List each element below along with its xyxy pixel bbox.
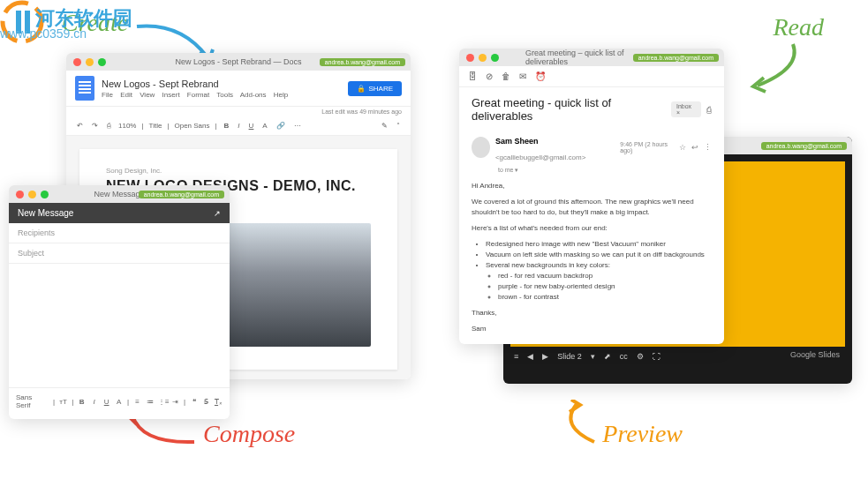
recipients-field[interactable]: Recipients	[9, 223, 230, 243]
undo-icon[interactable]: ↶	[75, 120, 85, 131]
read-closing: Thanks,	[472, 308, 712, 318]
docs-title[interactable]: New Logos - Sept Rebrand	[102, 79, 341, 89]
editing-mode-icon[interactable]: ✎	[380, 120, 389, 131]
compose-window: New Message andrea.b.wang@gmail.com New …	[9, 185, 230, 419]
menu-addons[interactable]: Add-ons	[240, 91, 267, 99]
print-icon[interactable]: ⎙	[105, 120, 113, 131]
list-item: Redesigned hero image with new "Best Vac…	[486, 239, 712, 250]
sender-email: <gcalliebuggell@gmail.com>	[495, 153, 585, 161]
read-window: Great meeting – quick list of deliverabl…	[459, 49, 724, 344]
read-greeting: Hi Andrea,	[472, 181, 712, 191]
play-icon[interactable]: ▶	[542, 352, 548, 361]
menu-icon[interactable]: ≡	[514, 352, 518, 361]
list-numbered-icon[interactable]: ≔	[146, 398, 154, 406]
star-icon[interactable]: ☆	[679, 143, 686, 152]
compose-account-badge[interactable]: andrea.b.wang@gmail.com	[139, 191, 224, 198]
menu-tools[interactable]: Tools	[216, 91, 233, 99]
list-item: Vacuum on left side with masking so we c…	[486, 250, 712, 260]
list-item: red - for red vacuum backdrop	[498, 271, 712, 281]
print-icon[interactable]: ⎙	[706, 105, 712, 115]
close-icon[interactable]	[466, 54, 474, 62]
compose-format-toolbar: Sans Serif | тT | B I U A | ≡ ≔ ⋮≡ ⇥ | ❝…	[9, 387, 230, 415]
docs-toolbar: ↶ ↷ ⎙ 110% | Title | Open Sans | B I U A…	[66, 116, 411, 136]
pointer-icon[interactable]: ⬈	[604, 352, 611, 361]
compose-header-label: New Message	[18, 208, 73, 218]
maximize-icon[interactable]	[491, 54, 499, 62]
text-color-icon[interactable]: A	[260, 120, 268, 131]
maximize-icon[interactable]	[41, 191, 49, 198]
slides-account-badge[interactable]: andrea.b.wang@gmail.com	[761, 142, 847, 150]
zoom-select[interactable]: 110%	[118, 122, 136, 130]
align-icon[interactable]: ≡	[133, 398, 141, 406]
arrow-read-icon	[736, 37, 806, 99]
indent-icon[interactable]: ⇥	[171, 398, 179, 406]
slides-brand: Google Slides	[790, 350, 840, 359]
list-bullet-icon[interactable]: ⋮≡	[158, 398, 167, 406]
menu-file[interactable]: File	[102, 91, 113, 99]
chevron-up-icon[interactable]: ˄	[395, 120, 402, 131]
link-icon[interactable]: 🔗	[275, 120, 287, 131]
lock-icon: 🔒	[357, 85, 366, 93]
underline-icon[interactable]: U	[102, 398, 110, 406]
compose-body[interactable]	[9, 264, 230, 387]
read-toolbar: 🗄 ⊘ 🗑 ✉ ⏰	[459, 66, 724, 87]
slide-number[interactable]: Slide 2	[557, 352, 582, 361]
read-to: to me ▾	[459, 167, 724, 174]
font-size-icon[interactable]: тT	[59, 398, 67, 406]
share-button[interactable]: 🔒 SHARE	[348, 81, 402, 96]
list-item: purple - for new baby-oriented design	[498, 281, 712, 292]
underline-icon[interactable]: U	[247, 120, 256, 131]
bold-icon[interactable]: B	[78, 398, 86, 406]
delete-icon[interactable]: 🗑	[502, 71, 510, 81]
docs-app-icon[interactable]	[75, 76, 94, 101]
archive-icon[interactable]: 🗄	[468, 71, 477, 81]
compose-titlebar: New Message andrea.b.wang@gmail.com	[9, 185, 230, 203]
prev-icon[interactable]: ◀	[527, 352, 533, 361]
bold-icon[interactable]: B	[223, 120, 231, 131]
captions-icon[interactable]: cc	[620, 352, 628, 361]
more-icon[interactable]: ⋮	[704, 143, 712, 152]
minimize-icon[interactable]	[28, 191, 36, 198]
minimize-icon[interactable]	[86, 58, 94, 66]
font-select[interactable]: Sans Serif	[16, 393, 45, 409]
read-p2: Here's a list of what's needed from our …	[472, 223, 712, 234]
spam-icon[interactable]: ⊘	[486, 71, 493, 81]
chevron-down-icon[interactable]: ▾	[591, 352, 595, 361]
italic-icon[interactable]: I	[90, 398, 98, 406]
close-icon[interactable]	[16, 191, 24, 198]
read-closing-name: Sam	[472, 324, 712, 334]
menu-help[interactable]: Help	[274, 91, 288, 99]
reply-icon[interactable]: ↩	[691, 143, 698, 152]
close-icon[interactable]	[73, 58, 81, 66]
menu-edit[interactable]: Edit	[120, 91, 132, 99]
popout-icon[interactable]: ↗	[214, 209, 221, 218]
quote-icon[interactable]: ❝	[190, 398, 198, 406]
unread-icon[interactable]: ✉	[519, 71, 526, 81]
settings-icon[interactable]: ⚙	[637, 352, 644, 361]
inbox-badge[interactable]: Inbox ×	[671, 101, 701, 117]
redo-icon[interactable]: ↷	[90, 120, 100, 131]
minimize-icon[interactable]	[479, 54, 487, 62]
read-body: Hi Andrea, We covered a lot of ground th…	[459, 174, 724, 344]
sender-name: Sam Sheen	[495, 137, 539, 146]
snooze-icon[interactable]: ⏰	[535, 71, 546, 81]
maximize-icon[interactable]	[98, 58, 106, 66]
menu-format[interactable]: Format	[187, 91, 209, 99]
italic-icon[interactable]: I	[236, 120, 241, 131]
compose-header: New Message ↗	[9, 203, 230, 223]
menu-view[interactable]: View	[140, 91, 155, 99]
subject-field[interactable]: Subject	[9, 243, 230, 264]
read-account-badge[interactable]: andrea.b.wang@gmail.com	[633, 54, 719, 62]
menu-insert[interactable]: Insert	[162, 91, 180, 99]
read-subject: Great meeting - quick list of deliverabl…	[472, 96, 666, 123]
text-color-icon[interactable]: A	[115, 398, 123, 406]
font-select[interactable]: Open Sans	[174, 122, 209, 130]
style-select[interactable]: Title	[149, 122, 162, 130]
strikethrough-icon[interactable]: S̶	[202, 398, 210, 406]
docs-menu: File Edit View Insert Format Tools Add-o…	[102, 91, 341, 99]
clear-format-icon[interactable]: T̲ₓ	[215, 398, 223, 406]
fullscreen-icon[interactable]: ⛶	[653, 352, 660, 361]
sender-avatar[interactable]	[472, 137, 490, 158]
more-icon[interactable]: ⋯	[292, 120, 303, 131]
docs-account-badge[interactable]: andrea.b.wang@gmail.com	[320, 58, 405, 66]
